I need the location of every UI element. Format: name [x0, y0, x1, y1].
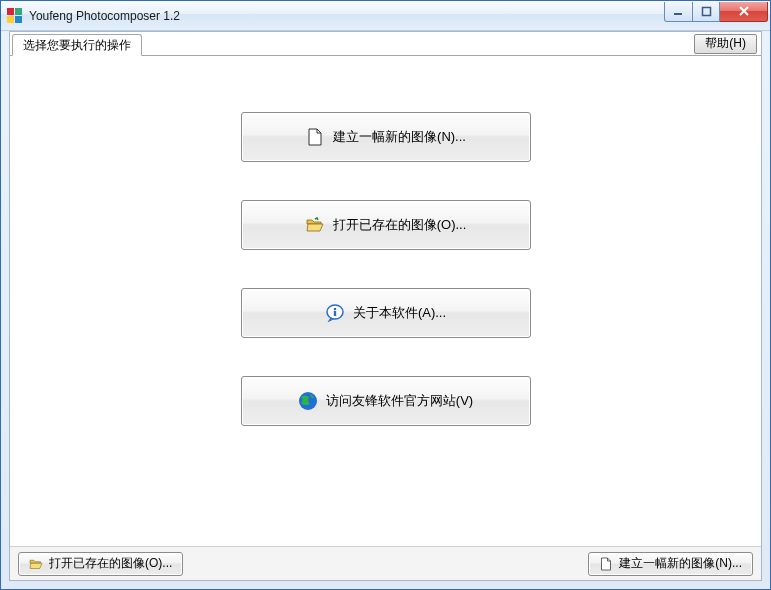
svg-rect-8 [334, 311, 336, 316]
footer-new-image-button[interactable]: 建立一幅新的图像(N)... [588, 552, 753, 576]
svg-rect-4 [674, 13, 682, 15]
button-label: 访问友锋软件官方网站(V) [326, 392, 473, 410]
svg-rect-5 [702, 7, 710, 15]
tab-row: 选择您要执行的操作 帮助(H) [10, 32, 761, 56]
maximize-button[interactable] [693, 2, 720, 22]
open-folder-icon [29, 557, 43, 571]
titlebar: Youfeng Photocomposer 1.2 [1, 1, 770, 31]
window-controls [664, 2, 770, 22]
help-label: 帮助(H) [705, 36, 746, 50]
new-file-icon [599, 557, 613, 571]
window-title: Youfeng Photocomposer 1.2 [29, 9, 664, 23]
globe-icon [298, 391, 318, 411]
open-image-button[interactable]: 打开已存在的图像(O)... [241, 200, 531, 250]
client-area: 选择您要执行的操作 帮助(H) 建立一幅新的图像(N)... [9, 31, 762, 581]
svg-rect-0 [7, 8, 14, 15]
svg-rect-2 [7, 16, 14, 23]
new-file-icon [305, 127, 325, 147]
button-label: 打开已存在的图像(O)... [49, 555, 172, 572]
minimize-button[interactable] [664, 2, 693, 22]
tab-select-operation[interactable]: 选择您要执行的操作 [12, 34, 142, 56]
app-icon [7, 8, 23, 24]
about-button[interactable]: 关于本软件(A)... [241, 288, 531, 338]
website-button[interactable]: 访问友锋软件官方网站(V) [241, 376, 531, 426]
open-folder-icon [305, 215, 325, 235]
application-window: Youfeng Photocomposer 1.2 选择您要执行的操作 帮助(H… [0, 0, 771, 590]
svg-rect-3 [15, 16, 22, 23]
button-label: 打开已存在的图像(O)... [333, 216, 467, 234]
help-button[interactable]: 帮助(H) [694, 34, 757, 54]
button-label: 建立一幅新的图像(N)... [333, 128, 466, 146]
footer: 打开已存在的图像(O)... 建立一幅新的图像(N)... [10, 546, 761, 580]
button-label: 建立一幅新的图像(N)... [619, 555, 742, 572]
tab-label: 选择您要执行的操作 [23, 38, 131, 52]
close-button[interactable] [720, 2, 768, 22]
new-image-button[interactable]: 建立一幅新的图像(N)... [241, 112, 531, 162]
main-panel: 建立一幅新的图像(N)... 打开已存在的图像(O)... [10, 56, 761, 546]
footer-open-image-button[interactable]: 打开已存在的图像(O)... [18, 552, 183, 576]
svg-rect-1 [15, 8, 22, 15]
info-icon [325, 303, 345, 323]
button-label: 关于本软件(A)... [353, 304, 446, 322]
svg-point-7 [334, 308, 337, 311]
